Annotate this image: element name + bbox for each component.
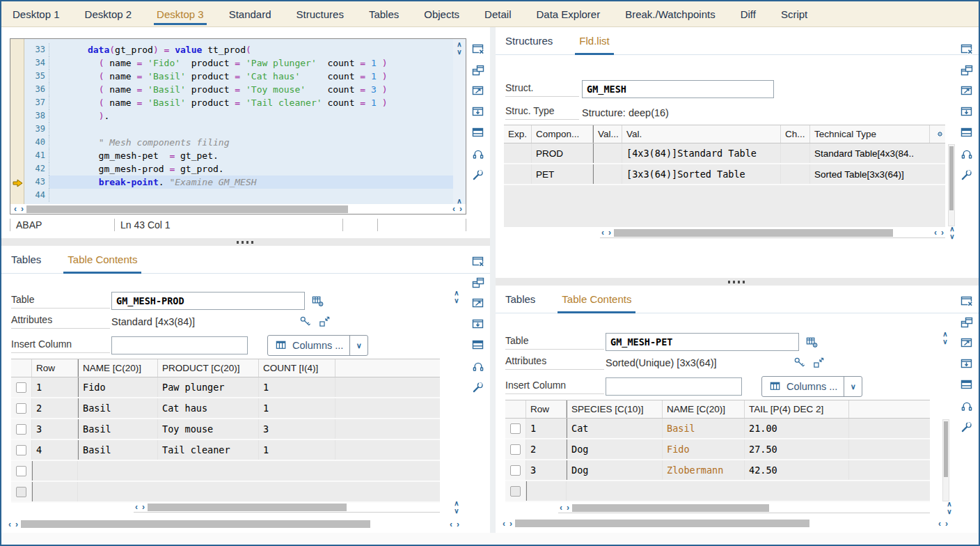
dock-view-icon[interactable] xyxy=(471,317,486,332)
technical-type-cell[interactable]: Standard Table[4x3(84.. xyxy=(810,143,945,163)
row-checkbox[interactable] xyxy=(510,486,521,497)
scroll-right-icon[interactable]: › xyxy=(19,204,25,214)
close-view-icon[interactable] xyxy=(959,42,974,57)
grid-vertical-scrollbar[interactable] xyxy=(942,419,949,501)
scrollbar-thumb[interactable] xyxy=(944,421,948,477)
scroll-up-icon[interactable]: ∧ xyxy=(949,225,954,233)
scroll-right-icon[interactable]: › xyxy=(14,520,19,529)
swap-view-icon[interactable] xyxy=(471,275,486,290)
gear-icon[interactable] xyxy=(930,125,945,143)
chevron-down-icon[interactable]: ∨ xyxy=(349,336,368,355)
split-rows-icon[interactable] xyxy=(471,338,486,353)
maximize-view-icon[interactable] xyxy=(959,336,974,351)
row-checkbox[interactable] xyxy=(16,382,26,393)
scroll-left-icon[interactable]: ‹ xyxy=(134,502,139,512)
column-header[interactable]: Row xyxy=(526,400,567,418)
scroll-left-icon[interactable]: ‹ xyxy=(501,519,507,529)
tab-desktop-3[interactable]: Desktop 3 xyxy=(157,1,204,26)
scroll-left-icon[interactable]: ‹ xyxy=(448,520,454,529)
column-header[interactable]: Ch... xyxy=(781,125,810,143)
data-cell[interactable]: Cat haus xyxy=(158,398,259,418)
data-cell[interactable]: 3 xyxy=(259,419,335,439)
scrollbar-thumb[interactable] xyxy=(26,205,348,213)
tab-objects[interactable]: Objects xyxy=(424,1,459,26)
scroll-down-icon[interactable]: ∨ xyxy=(457,48,461,56)
scroll-up-icon[interactable]: ∧ xyxy=(947,500,951,508)
scrollbar-thumb[interactable] xyxy=(21,520,370,528)
scroll-left-icon[interactable]: ‹ xyxy=(933,228,938,237)
component-cell[interactable]: PROD xyxy=(532,143,593,163)
scroll-left-icon[interactable]: ‹ xyxy=(13,204,18,214)
data-cell[interactable]: 4 xyxy=(32,440,78,460)
row-checkbox[interactable] xyxy=(510,444,521,455)
unlink-icon[interactable] xyxy=(959,146,974,162)
value-cell[interactable]: [3x3(64)]Sorted Table xyxy=(622,164,781,184)
scroll-right-icon[interactable]: › xyxy=(565,503,571,513)
scroll-arrows[interactable]: ∧ ∨ xyxy=(451,499,462,515)
scroll-up-icon[interactable]: ∧ xyxy=(454,289,459,297)
unlink-icon[interactable] xyxy=(471,146,486,162)
row-checkbox[interactable] xyxy=(16,466,26,476)
scroll-left-icon[interactable]: ‹ xyxy=(558,503,564,513)
scroll-arrows[interactable]: ∧ ∨ xyxy=(944,500,955,515)
insert-column-input[interactable] xyxy=(606,377,742,396)
swap-view-icon[interactable] xyxy=(959,315,974,330)
data-cell[interactable]: Toy mouse xyxy=(158,419,259,439)
scroll-left-icon[interactable]: ‹ xyxy=(600,228,606,237)
insert-column-input[interactable] xyxy=(111,336,248,354)
tab-tables[interactable]: Tables xyxy=(505,286,535,313)
data-cell[interactable]: Zlobermann xyxy=(663,460,745,480)
data-cell[interactable]: Cat xyxy=(567,419,663,438)
tab-table-contents[interactable]: Table Contents xyxy=(562,286,631,313)
scroll-arrows[interactable]: ∧ ∨ xyxy=(940,330,951,345)
maximize-view-icon[interactable] xyxy=(471,84,486,99)
struct-input[interactable] xyxy=(582,80,774,98)
columns-button[interactable]: Columns ... ∨ xyxy=(761,376,862,397)
table-row[interactable]: PROD[4x3(84)]Standard TableStandard Tabl… xyxy=(504,143,945,164)
tab-break-watchpoints[interactable]: Break./Watchpoints xyxy=(625,1,716,26)
tab-tables[interactable]: Tables xyxy=(11,246,41,273)
table-row[interactable]: 3DogZlobermann42.50 xyxy=(505,460,930,481)
tab-script[interactable]: Script xyxy=(781,1,807,26)
tab-detail[interactable]: Detail xyxy=(484,1,511,26)
column-header[interactable]: Technical Type xyxy=(810,125,930,143)
editor-vertical-scrollbar[interactable]: ∧ ∨ ∧ ∨ xyxy=(453,39,466,214)
row-checkbox[interactable] xyxy=(16,424,26,435)
close-view-icon[interactable] xyxy=(471,254,486,270)
tab-data-explorer[interactable]: Data Explorer xyxy=(536,1,600,26)
data-cell[interactable]: 2 xyxy=(32,398,78,418)
scroll-right-icon[interactable]: › xyxy=(607,228,612,237)
tab-structures[interactable]: Structures xyxy=(505,27,553,54)
unlink-icon[interactable] xyxy=(959,398,974,414)
scroll-left-icon[interactable]: ‹ xyxy=(451,204,457,214)
table-name-input[interactable] xyxy=(111,292,305,310)
panel-horizontal-scrollbar[interactable]: ‹ › ‹ › xyxy=(7,519,461,529)
scroll-left-icon[interactable]: ‹ xyxy=(7,520,13,529)
tab-diff[interactable]: Diff xyxy=(741,1,756,26)
column-header[interactable]: SPECIES [C(10)] xyxy=(567,400,663,418)
column-header[interactable]: Val... xyxy=(593,125,622,143)
swap-view-icon[interactable] xyxy=(959,63,974,78)
column-header[interactable]: Exp. xyxy=(504,125,532,143)
table-name-input[interactable] xyxy=(606,333,799,351)
data-cell[interactable]: 3 xyxy=(32,419,78,439)
tab-desktop-1[interactable]: Desktop 1 xyxy=(13,1,60,26)
data-cell[interactable]: 1 xyxy=(32,377,78,397)
chevron-down-icon[interactable]: ∨ xyxy=(844,377,862,396)
split-rows-icon[interactable] xyxy=(959,377,974,393)
scroll-down-icon[interactable]: ∨ xyxy=(454,297,459,304)
scrollbar-thumb[interactable] xyxy=(572,504,769,512)
scroll-right-icon[interactable]: › xyxy=(940,228,945,237)
data-cell[interactable]: 1 xyxy=(259,440,335,460)
vertical-divider[interactable] xyxy=(490,27,496,545)
data-cell[interactable]: 3 xyxy=(526,460,567,480)
scroll-down-icon[interactable]: ∨ xyxy=(947,508,951,515)
row-checkbox[interactable] xyxy=(16,445,26,455)
table-row[interactable]: 4BasilTail cleaner1 xyxy=(11,440,440,461)
scroll-arrows[interactable]: ∧ ∨ xyxy=(947,225,958,240)
data-cell[interactable]: Basil xyxy=(663,419,745,438)
unlink-icon[interactable] xyxy=(471,359,486,374)
tab-table-contents[interactable]: Table Contents xyxy=(68,246,137,273)
data-cell[interactable]: 1 xyxy=(526,419,567,438)
editor-horizontal-scrollbar[interactable]: ‹ › ‹ › xyxy=(10,204,466,214)
